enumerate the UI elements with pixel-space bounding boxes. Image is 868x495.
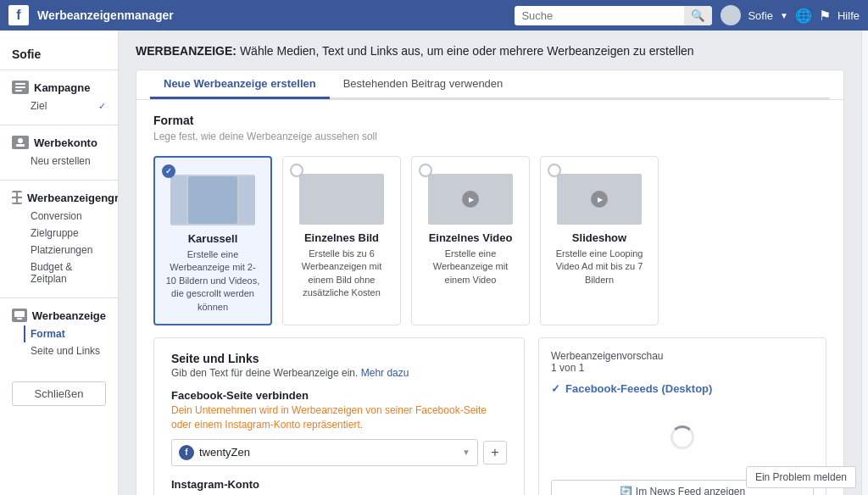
sidebar-item-format[interactable]: Format	[24, 325, 106, 342]
seite-und-links-subtitle: Gib den Text für deine Werbeanzeige ein.…	[171, 367, 507, 379]
divider-1	[0, 125, 118, 125]
user-dropdown-icon[interactable]: ▼	[780, 11, 788, 20]
globe-icon[interactable]: 🌐	[795, 8, 812, 24]
svg-rect-10	[17, 318, 22, 320]
werbeanzeige-label: Werbeanzeige	[32, 309, 106, 322]
svg-rect-7	[12, 198, 16, 203]
sidebar-section-werbeanzeigengruppe-header[interactable]: Werbeanzeigengruppe	[12, 191, 106, 204]
loading-spinner	[670, 425, 694, 449]
sidebar-item-budget-zeitplan[interactable]: Budget & Zeitplan	[24, 259, 106, 287]
search-input[interactable]	[515, 6, 684, 25]
topbar: f Werbeanzeigenmanager 🔍 Sofie ▼ 🌐 ⚑ Hil…	[0, 0, 868, 31]
report-problem-button[interactable]: Ein Problem melden	[746, 466, 856, 488]
format-thumb-video	[428, 174, 513, 225]
preview-pagination: 1 von 1	[551, 362, 584, 374]
sidebar: Sofie Kampagne Ziel ✓	[0, 31, 119, 495]
sidebar-section-werbeanzeige-header[interactable]: Werbeanzeige	[12, 309, 106, 322]
page-header: WERBEANZEIGE: Wähle Medien, Text und Lin…	[136, 44, 844, 58]
sidebar-section-kampagne-header[interactable]: Kampagne	[12, 81, 106, 94]
sidebar-item-ziel[interactable]: Ziel ✓	[24, 97, 106, 114]
svg-rect-1	[15, 86, 25, 88]
svg-rect-5	[12, 192, 16, 197]
format-desc-einzelnes-video: Erstelle eine Werbeanzeige mit einem Vid…	[422, 248, 519, 286]
svg-rect-0	[15, 83, 25, 85]
sidebar-item-neu-erstellen[interactable]: Neu erstellen	[24, 153, 106, 170]
mehr-dazu-link[interactable]: Mehr dazu	[361, 367, 409, 379]
format-section: Format Lege fest, wie deine Werbeanzeige…	[153, 114, 826, 325]
sidebar-item-conversion[interactable]: Conversion	[24, 208, 106, 225]
format-option-slideshow[interactable]: Slideshow Erstelle eine Looping Video Ad…	[540, 156, 659, 325]
slideshow-play-icon	[591, 191, 608, 208]
sidebar-item-seite-und-links[interactable]: Seite und Links	[24, 342, 106, 359]
facebook-section-title: Facebook-Seite verbinden	[171, 389, 507, 402]
sidebar-section-kampagne: Kampagne Ziel ✓	[0, 75, 118, 120]
format-thumb-bild	[299, 174, 384, 225]
preview-check-icon: ✓	[551, 382, 560, 395]
bottombar: Ein Problem melden	[734, 459, 868, 495]
sidebar-item-platzierungen[interactable]: Platzierungen	[24, 242, 106, 259]
svg-point-3	[18, 138, 23, 143]
facebook-add-button[interactable]: +	[483, 441, 507, 464]
sidebar-section-werbekonto-header[interactable]: Werbekonto	[12, 136, 106, 149]
facebook-section: Facebook-Seite verbinden Dein Unternehme…	[171, 389, 507, 466]
werbekonto-sub: Neu erstellen	[12, 153, 106, 170]
two-col-section: Seite und Links Gib den Text für deine W…	[153, 337, 826, 495]
format-desc-slideshow: Erstelle eine Looping Video Ad mit bis z…	[551, 248, 648, 286]
karussell-preview	[170, 176, 255, 224]
format-title: Format	[153, 114, 826, 127]
werbeanzeige-sub: Format Seite und Links	[12, 325, 106, 359]
kampagne-icon	[12, 81, 29, 94]
format-label-einzelnes-bild: Einzelnes Bild	[304, 231, 379, 244]
facebook-page-icon: f	[179, 445, 194, 460]
karussell-side-left	[170, 176, 186, 224]
news-feed-icon: 🔄	[620, 486, 632, 495]
scrollbar[interactable]	[861, 31, 868, 495]
svg-rect-8	[18, 198, 22, 203]
format-desc-einzelnes-bild: Erstelle bis zu 6 Werbeanzeigen mit eine…	[293, 248, 390, 300]
main-tabs: Neue Werbeanzeige erstellen Bestehenden …	[150, 70, 830, 99]
werbeanzeigengruppe-sub: Conversion Zielgruppe Platzierungen Budg…	[12, 208, 106, 287]
tab-bestehende[interactable]: Bestehenden Beitrag verwenden	[330, 70, 517, 99]
tabs-header: Neue Werbeanzeige erstellen Bestehenden …	[136, 70, 843, 100]
svg-rect-4	[16, 144, 25, 147]
layout: Sofie Kampagne Ziel ✓	[0, 31, 868, 495]
werbekonto-label: Werbekonto	[34, 136, 97, 149]
tab-neue[interactable]: Neue Werbeanzeige erstellen	[150, 70, 330, 99]
format-option-einzelnes-bild[interactable]: Einzelnes Bild Erstelle bis zu 6 Werbean…	[282, 156, 401, 325]
facebook-logo: f	[8, 5, 29, 25]
preview-label: Werbeanzeigenvorschau	[551, 350, 664, 362]
format-option-einzelnes-video[interactable]: Einzelnes Video Erstelle eine Werbeanzei…	[411, 156, 530, 325]
news-feed-label: Im News Feed anzeigen	[636, 486, 745, 495]
search-bar[interactable]: 🔍	[515, 6, 712, 25]
format-label-slideshow: Slideshow	[572, 231, 626, 244]
format-thumb-slideshow	[557, 174, 642, 225]
facebook-page-select[interactable]: f twentyZen ▼	[171, 439, 478, 466]
facebook-page-name: twentyZen	[199, 446, 250, 459]
facebook-page-chevron: ▼	[462, 448, 470, 457]
format-option-karussell[interactable]: Karussell Erstelle eine Werbeanzeige mit…	[153, 156, 272, 325]
play-icon	[462, 191, 479, 208]
fb-letter: f	[16, 8, 20, 23]
format-label-karussell: Karussell	[188, 232, 238, 245]
app-title: Werbeanzeigenmanager	[37, 8, 515, 22]
seite-und-links-card: Seite und Links Gib den Text für deine W…	[153, 337, 525, 495]
svg-rect-9	[14, 311, 25, 317]
close-button[interactable]: Schließen	[12, 381, 106, 406]
preview-header: Werbeanzeigenvorschau 1 von 1	[551, 350, 814, 374]
svg-rect-6	[18, 192, 22, 197]
user-area: Sofie ▼ 🌐 ⚑ Hilfe	[721, 5, 860, 25]
werbeanzeigengruppe-icon	[12, 191, 22, 204]
user-name[interactable]: Sofie	[748, 9, 773, 22]
werbeanzeigengruppe-label: Werbeanzeigengruppe	[27, 192, 119, 204]
ziel-checkmark: ✓	[98, 101, 106, 112]
flag-icon[interactable]: ⚑	[819, 8, 831, 24]
page-title: WERBEANZEIGE: Wähle Medien, Text und Lin…	[136, 44, 844, 58]
hilfe-link[interactable]: Hilfe	[837, 9, 860, 22]
svg-rect-2	[15, 90, 22, 92]
main-content: WERBEANZEIGE: Wähle Medien, Text und Lin…	[119, 31, 861, 495]
search-button[interactable]: 🔍	[684, 6, 712, 25]
sidebar-item-zielgruppe[interactable]: Zielgruppe	[24, 225, 106, 242]
sidebar-user-label: Sofie	[0, 39, 118, 70]
preview-placement-label: Facebook-Feeeds (Desktop)	[565, 382, 712, 395]
format-subtitle: Lege fest, wie deine Werbeanzeige ausseh…	[153, 131, 826, 142]
